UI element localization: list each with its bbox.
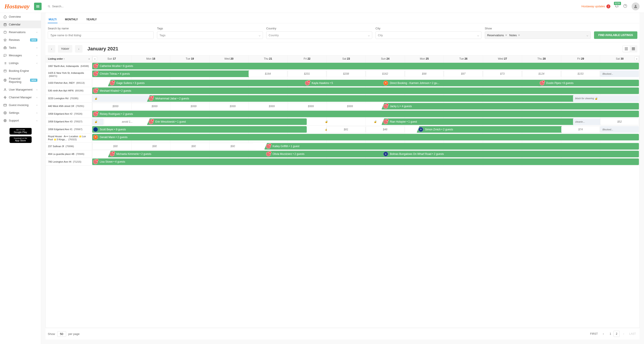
app-store-badge[interactable]: Download on theApp Store (10, 136, 32, 143)
booking-block[interactable]: ✈Bolinas Bungalows On Wharf Road • 2 gue… (382, 151, 639, 157)
scroll-left-button[interactable]: « (93, 56, 97, 61)
updates-link[interactable]: Hostaway updates 2 (582, 4, 610, 8)
user-avatar[interactable] (632, 2, 640, 10)
listing-cell[interactable]: 1858 Edgeland Ave #2 (70526) (46, 110, 92, 118)
note-cell[interactable]: Blocked... (600, 70, 639, 77)
nav-item-overview[interactable]: Overview (0, 13, 41, 20)
note-cell[interactable]: cleanin... (573, 118, 604, 125)
price-cell[interactable]: $46 (366, 126, 404, 133)
search-box[interactable] (45, 3, 85, 10)
today-button[interactable]: TODAY (58, 45, 72, 52)
tab-monthly[interactable]: MONTHLY (64, 16, 79, 23)
nav-item-user-management[interactable]: User Management‹ (0, 86, 41, 93)
booking-block[interactable]: Kayla Hawkins • 5 (303, 80, 385, 86)
price-cell[interactable]: $98 (405, 70, 444, 77)
nav-item-guest-invoicing[interactable]: Guest invoicing‹ (0, 101, 41, 109)
booking-block[interactable]: Christin Tideau • 4 guests (92, 70, 268, 77)
booking-block[interactable]: Jacky Li • 4 guests (382, 103, 639, 110)
listing-cell[interactable]: 1858 Edgeland Ave #1 (70567) (46, 126, 92, 133)
prev-page-button[interactable]: ‹ (600, 331, 606, 337)
price-cell[interactable]: $74 (561, 126, 600, 133)
note-cell[interactable]: block for cleaning 🔒 (573, 95, 639, 102)
note-cell[interactable]: 🔒 (92, 118, 104, 125)
city-select[interactable]: City⌵ (376, 31, 482, 39)
page-1[interactable]: 1 (607, 331, 614, 337)
booking-block[interactable]: Catherine Mcafee • 6 guests (92, 63, 639, 69)
listing-cell[interactable]: 440 West 45th street 1R (70291) (46, 102, 92, 110)
next-button[interactable]: › (75, 45, 82, 52)
price-cell[interactable]: $73 (483, 70, 522, 77)
nav-item-booking-engine[interactable]: Booking Engine (0, 67, 41, 75)
search-by-name-input[interactable] (50, 33, 151, 37)
listing-cell[interactable]: 3220 Lexington Rd (70285) (46, 95, 92, 102)
search-input[interactable] (52, 5, 82, 8)
note-cell[interactable]: 🔒 (307, 118, 346, 125)
price-cell[interactable]: $90 (210, 143, 256, 150)
next-page-button[interactable]: › (620, 331, 627, 337)
show-select[interactable]: Reservations×Notes×⌵ (485, 31, 591, 39)
price-cell[interactable]: $52 (600, 118, 639, 125)
prev-button[interactable]: ‹ (48, 45, 55, 52)
note-cell[interactable]: Blocked... (600, 126, 639, 133)
booking-block[interactable]: Scott Beyer • 9 guests (92, 126, 307, 133)
page-2[interactable]: 2 (614, 331, 620, 337)
collapse-icon[interactable]: « (88, 57, 90, 60)
price-cell[interactable]: $201 (288, 70, 326, 77)
tab-multi[interactable]: MULTI (48, 16, 58, 23)
price-cell[interactable]: $97 (444, 70, 482, 77)
nav-item-reservations[interactable]: Reservations‹ (0, 28, 41, 36)
last-page-button[interactable]: LAST (628, 331, 637, 337)
booking-block[interactable]: Gage Sullens • 3 guests (108, 80, 307, 86)
nav-item-tasks[interactable]: Tasks‹ (0, 44, 41, 51)
booking-block[interactable]: Michaela Kimmerle • 2 guests (108, 151, 268, 157)
booking-block[interactable]: HGerald Mann • 2 guests (92, 134, 639, 140)
price-cell[interactable]: $208 (327, 70, 365, 77)
price-cell[interactable]: avoid 1... (104, 118, 150, 125)
logo[interactable]: Hostaway (4, 3, 30, 10)
menu-toggle[interactable] (34, 3, 42, 10)
listing-cell[interactable]: 1867 Barth Ave, Indianapolis (64588) (46, 62, 92, 70)
price-cell[interactable]: $81 (327, 126, 365, 133)
chip-remove-icon[interactable]: × (518, 33, 520, 37)
price-cell[interactable]: $124 (522, 70, 561, 77)
nav-item-reviews[interactable]: ReviewsNEW (0, 36, 41, 44)
booking-block[interactable]: Mohammad Jabar • 2 guests (147, 95, 574, 102)
tags-select[interactable]: Tags⌵ (157, 31, 263, 39)
price-cell[interactable]: $162 (366, 70, 404, 77)
booking-block[interactable]: HDirect Booking - Karmen Johnson • 2 gu.… (382, 80, 542, 86)
listing-cell[interactable]: 494 La guardia place 4B (70945) (46, 150, 92, 158)
listing-cell[interactable]: 1858 Edgeland Ave #3 (70527) (46, 118, 92, 125)
booking-block[interactable]: Dustin Pipes • 6 guests (538, 80, 639, 86)
chip-remove-icon[interactable]: × (505, 33, 507, 37)
google-play-badge[interactable]: GET IT ONGoogle Play (10, 128, 32, 135)
nav-item-calendar[interactable]: Calendar (0, 20, 41, 28)
notifications[interactable]: 6239 (615, 4, 619, 8)
price-cell[interactable]: $153 (561, 70, 600, 77)
booking-block[interactable]: Olivia Mozdzierz • 2 guests (264, 151, 385, 157)
listing-cell[interactable]: 536 ninth Ave Apt #4FN (69190) (46, 87, 92, 95)
nav-item-listings[interactable]: Listings‹ (0, 59, 41, 67)
price-cell[interactable]: $999 (327, 103, 373, 110)
booking-block[interactable]: Meshael Khaled • 2 guests (92, 87, 639, 94)
help-button[interactable] (623, 4, 627, 8)
booking-block[interactable]: ✈Simon Zrnich • 2 guests (417, 126, 572, 133)
listing-cell[interactable]: 1425 E New York St, Indianapolis (66871) (46, 70, 92, 79)
country-select[interactable]: Country⌵ (266, 31, 372, 39)
list-view-button[interactable] (623, 46, 630, 52)
booking-block[interactable]: Rian Holayter • 1 guest (382, 118, 574, 125)
listing-order-header[interactable]: Listing order ↑ « (46, 55, 92, 62)
nav-item-channel-manager[interactable]: Channel Manager‹ (0, 93, 41, 101)
listing-cell[interactable]: 780 Lexington Ave #4 (71215) (46, 158, 92, 165)
booking-block[interactable]: Erin Wesolowski • 1 guest (147, 118, 307, 125)
listing-cell[interactable]: 237 Sullivan 3f (75996) (46, 142, 92, 150)
nav-item-support[interactable]: Support‹ (0, 117, 41, 124)
nav-item-messages[interactable]: Messages‹ (0, 51, 41, 59)
first-page-button[interactable]: FIRST (588, 331, 599, 337)
chip-reservations[interactable]: Reservations× (487, 33, 508, 37)
listing-cell[interactable]: Royal House · A++ Location ⭐Lux Pool ⭐3 … (46, 133, 92, 142)
note-cell[interactable]: 🔒 (92, 95, 150, 102)
booking-block[interactable]: Kailey Griffith • 1 guest (264, 143, 639, 150)
nav-item-settings[interactable]: Settings‹ (0, 109, 41, 117)
booking-block[interactable]: Lisa Stowe • 4 guests (92, 158, 639, 165)
listing-cell[interactable]: 1433 Fletcher Ave, INDY (69113) (46, 79, 92, 87)
